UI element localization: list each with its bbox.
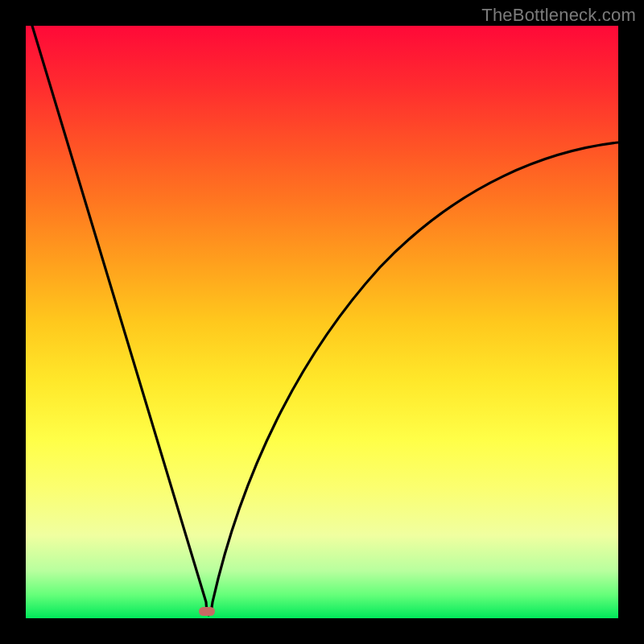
watermark-text: TheBottleneck.com	[481, 5, 636, 26]
chart-frame: TheBottleneck.com	[0, 0, 644, 644]
minimum-marker	[199, 607, 215, 616]
bottleneck-curve	[32, 26, 618, 615]
curve-layer	[26, 26, 618, 618]
plot-area	[26, 26, 618, 618]
